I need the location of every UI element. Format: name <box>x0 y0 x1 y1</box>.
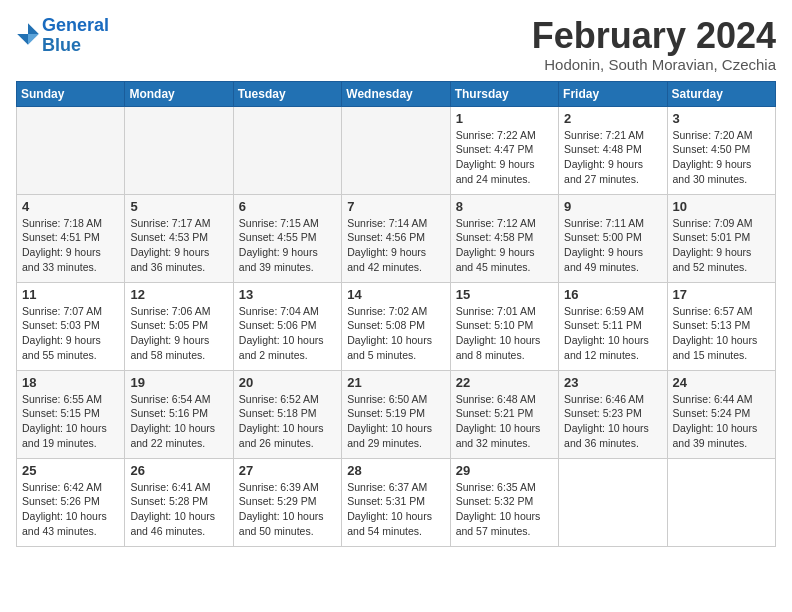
weekday-header-sunday: Sunday <box>17 81 125 106</box>
day-number: 20 <box>239 375 336 390</box>
day-info: Sunrise: 7:09 AM Sunset: 5:01 PM Dayligh… <box>673 216 770 275</box>
calendar-cell: 9Sunrise: 7:11 AM Sunset: 5:00 PM Daylig… <box>559 194 667 282</box>
day-number: 25 <box>22 463 119 478</box>
day-info: Sunrise: 7:20 AM Sunset: 4:50 PM Dayligh… <box>673 128 770 187</box>
day-number: 3 <box>673 111 770 126</box>
day-number: 4 <box>22 199 119 214</box>
day-number: 11 <box>22 287 119 302</box>
page-header: General Blue February 2024 Hodonin, Sout… <box>16 16 776 73</box>
weekday-header-friday: Friday <box>559 81 667 106</box>
day-number: 22 <box>456 375 553 390</box>
weekday-header-thursday: Thursday <box>450 81 558 106</box>
calendar-cell <box>125 106 233 194</box>
day-number: 2 <box>564 111 661 126</box>
day-info: Sunrise: 6:41 AM Sunset: 5:28 PM Dayligh… <box>130 480 227 539</box>
logo-text: General Blue <box>42 16 109 56</box>
day-number: 19 <box>130 375 227 390</box>
calendar-cell: 11Sunrise: 7:07 AM Sunset: 5:03 PM Dayli… <box>17 282 125 370</box>
calendar-cell: 13Sunrise: 7:04 AM Sunset: 5:06 PM Dayli… <box>233 282 341 370</box>
calendar-cell: 3Sunrise: 7:20 AM Sunset: 4:50 PM Daylig… <box>667 106 775 194</box>
day-number: 12 <box>130 287 227 302</box>
month-title: February 2024 <box>532 16 776 56</box>
calendar-cell: 4Sunrise: 7:18 AM Sunset: 4:51 PM Daylig… <box>17 194 125 282</box>
calendar-week-row: 11Sunrise: 7:07 AM Sunset: 5:03 PM Dayli… <box>17 282 776 370</box>
day-info: Sunrise: 6:37 AM Sunset: 5:31 PM Dayligh… <box>347 480 444 539</box>
calendar-cell <box>17 106 125 194</box>
day-number: 18 <box>22 375 119 390</box>
calendar-cell <box>342 106 450 194</box>
day-number: 28 <box>347 463 444 478</box>
day-info: Sunrise: 7:17 AM Sunset: 4:53 PM Dayligh… <box>130 216 227 275</box>
day-info: Sunrise: 6:42 AM Sunset: 5:26 PM Dayligh… <box>22 480 119 539</box>
svg-marker-0 <box>28 23 39 34</box>
day-number: 7 <box>347 199 444 214</box>
day-number: 14 <box>347 287 444 302</box>
day-number: 10 <box>673 199 770 214</box>
calendar-cell: 15Sunrise: 7:01 AM Sunset: 5:10 PM Dayli… <box>450 282 558 370</box>
day-number: 16 <box>564 287 661 302</box>
day-number: 26 <box>130 463 227 478</box>
day-number: 1 <box>456 111 553 126</box>
location-subtitle: Hodonin, South Moravian, Czechia <box>532 56 776 73</box>
day-number: 23 <box>564 375 661 390</box>
day-number: 15 <box>456 287 553 302</box>
day-number: 27 <box>239 463 336 478</box>
calendar-cell <box>667 458 775 546</box>
day-info: Sunrise: 7:11 AM Sunset: 5:00 PM Dayligh… <box>564 216 661 275</box>
weekday-header-row: SundayMondayTuesdayWednesdayThursdayFrid… <box>17 81 776 106</box>
day-info: Sunrise: 7:21 AM Sunset: 4:48 PM Dayligh… <box>564 128 661 187</box>
calendar-week-row: 18Sunrise: 6:55 AM Sunset: 5:15 PM Dayli… <box>17 370 776 458</box>
svg-marker-2 <box>17 34 28 45</box>
calendar-cell: 2Sunrise: 7:21 AM Sunset: 4:48 PM Daylig… <box>559 106 667 194</box>
calendar-cell: 21Sunrise: 6:50 AM Sunset: 5:19 PM Dayli… <box>342 370 450 458</box>
day-info: Sunrise: 7:02 AM Sunset: 5:08 PM Dayligh… <box>347 304 444 363</box>
calendar-cell: 20Sunrise: 6:52 AM Sunset: 5:18 PM Dayli… <box>233 370 341 458</box>
day-info: Sunrise: 7:12 AM Sunset: 4:58 PM Dayligh… <box>456 216 553 275</box>
day-info: Sunrise: 6:44 AM Sunset: 5:24 PM Dayligh… <box>673 392 770 451</box>
calendar-cell: 6Sunrise: 7:15 AM Sunset: 4:55 PM Daylig… <box>233 194 341 282</box>
calendar-cell: 25Sunrise: 6:42 AM Sunset: 5:26 PM Dayli… <box>17 458 125 546</box>
title-block: February 2024 Hodonin, South Moravian, C… <box>532 16 776 73</box>
day-info: Sunrise: 7:07 AM Sunset: 5:03 PM Dayligh… <box>22 304 119 363</box>
logo: General Blue <box>16 16 109 56</box>
day-info: Sunrise: 6:39 AM Sunset: 5:29 PM Dayligh… <box>239 480 336 539</box>
day-info: Sunrise: 7:01 AM Sunset: 5:10 PM Dayligh… <box>456 304 553 363</box>
calendar-cell <box>559 458 667 546</box>
day-info: Sunrise: 6:59 AM Sunset: 5:11 PM Dayligh… <box>564 304 661 363</box>
day-info: Sunrise: 6:48 AM Sunset: 5:21 PM Dayligh… <box>456 392 553 451</box>
calendar-cell: 8Sunrise: 7:12 AM Sunset: 4:58 PM Daylig… <box>450 194 558 282</box>
day-info: Sunrise: 6:55 AM Sunset: 5:15 PM Dayligh… <box>22 392 119 451</box>
calendar-cell: 16Sunrise: 6:59 AM Sunset: 5:11 PM Dayli… <box>559 282 667 370</box>
day-number: 6 <box>239 199 336 214</box>
calendar-week-row: 4Sunrise: 7:18 AM Sunset: 4:51 PM Daylig… <box>17 194 776 282</box>
day-info: Sunrise: 7:06 AM Sunset: 5:05 PM Dayligh… <box>130 304 227 363</box>
day-number: 8 <box>456 199 553 214</box>
day-info: Sunrise: 6:57 AM Sunset: 5:13 PM Dayligh… <box>673 304 770 363</box>
day-info: Sunrise: 6:50 AM Sunset: 5:19 PM Dayligh… <box>347 392 444 451</box>
day-number: 24 <box>673 375 770 390</box>
calendar-cell: 27Sunrise: 6:39 AM Sunset: 5:29 PM Dayli… <box>233 458 341 546</box>
calendar-cell: 12Sunrise: 7:06 AM Sunset: 5:05 PM Dayli… <box>125 282 233 370</box>
weekday-header-wednesday: Wednesday <box>342 81 450 106</box>
calendar-table: SundayMondayTuesdayWednesdayThursdayFrid… <box>16 81 776 547</box>
logo-icon <box>16 22 40 46</box>
calendar-cell: 19Sunrise: 6:54 AM Sunset: 5:16 PM Dayli… <box>125 370 233 458</box>
weekday-header-saturday: Saturday <box>667 81 775 106</box>
day-number: 9 <box>564 199 661 214</box>
calendar-cell: 29Sunrise: 6:35 AM Sunset: 5:32 PM Dayli… <box>450 458 558 546</box>
calendar-cell: 23Sunrise: 6:46 AM Sunset: 5:23 PM Dayli… <box>559 370 667 458</box>
calendar-cell: 24Sunrise: 6:44 AM Sunset: 5:24 PM Dayli… <box>667 370 775 458</box>
calendar-cell: 26Sunrise: 6:41 AM Sunset: 5:28 PM Dayli… <box>125 458 233 546</box>
calendar-week-row: 1Sunrise: 7:22 AM Sunset: 4:47 PM Daylig… <box>17 106 776 194</box>
calendar-week-row: 25Sunrise: 6:42 AM Sunset: 5:26 PM Dayli… <box>17 458 776 546</box>
calendar-cell: 18Sunrise: 6:55 AM Sunset: 5:15 PM Dayli… <box>17 370 125 458</box>
day-info: Sunrise: 7:18 AM Sunset: 4:51 PM Dayligh… <box>22 216 119 275</box>
calendar-cell: 10Sunrise: 7:09 AM Sunset: 5:01 PM Dayli… <box>667 194 775 282</box>
day-number: 17 <box>673 287 770 302</box>
day-number: 5 <box>130 199 227 214</box>
calendar-cell <box>233 106 341 194</box>
day-info: Sunrise: 6:35 AM Sunset: 5:32 PM Dayligh… <box>456 480 553 539</box>
calendar-cell: 7Sunrise: 7:14 AM Sunset: 4:56 PM Daylig… <box>342 194 450 282</box>
day-number: 29 <box>456 463 553 478</box>
calendar-cell: 1Sunrise: 7:22 AM Sunset: 4:47 PM Daylig… <box>450 106 558 194</box>
